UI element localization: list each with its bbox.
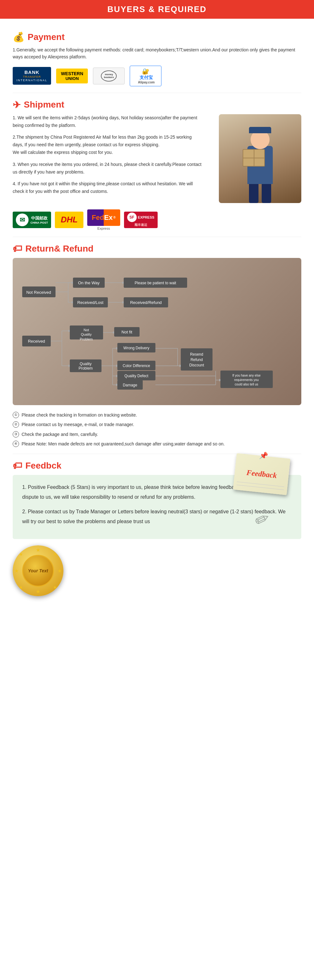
svg-text:Quality: Quality [79,362,91,366]
circle-1: ① [13,412,19,418]
shipment-point-4: 4. If you have not got it within the shi… [13,180,203,196]
moneybookers-logo: moneybookers [93,68,125,84]
svg-text:Not: Not [83,328,89,332]
svg-text:Wrong Delivery: Wrong Delivery [124,346,149,350]
svg-text:Quality: Quality [81,332,92,336]
refund-note-4: ④ Please Note: Men made defects are not … [13,440,301,447]
shipment-point-3: 3. When you receive the items you ordere… [13,161,203,176]
circle-3: ③ [13,431,19,438]
dhl-logo: DHL [55,212,83,228]
fedex-logo: FedEx ® [87,209,120,226]
refund-icon: 🏷 [13,243,22,254]
refund-notes: ① Please check the tracking in formation… [13,412,301,448]
page-header: BUYERS & REQUIRED [0,0,314,19]
refund-note-3: ③ Check the package and Item, carefully. [13,431,301,438]
svg-text:Color Difference: Color Difference [123,364,150,368]
svg-text:Damage: Damage [123,383,137,387]
refund-flowchart: Not Received On the Way Please be patien… [19,267,298,395]
badge-text: Your Text [28,568,48,573]
delivery-image [219,114,301,203]
svg-text:Received/Refund: Received/Refund [130,300,162,305]
feedback-point-2: 2. Please contact us by Trade Manager or… [22,507,292,526]
svg-text:Received: Received [28,339,45,344]
western-union-logo: WESTERN UNION [56,68,88,83]
shipment-point-2: 2.The shipment by China Post Registered … [13,134,203,156]
feedback-sticky-note: 📌 Feedback [233,453,290,495]
refund-note-2: ② Please contact us by meesage, e-mail, … [13,421,301,428]
svg-text:Resend: Resend [190,352,203,356]
svg-text:Not Received: Not Received [26,290,51,295]
svg-text:Problem: Problem [79,366,93,371]
refund-section-title: 🏷 Return& Refund [13,243,301,254]
circle-4: ④ [13,441,19,447]
feedback-note-text: Feedback [246,468,277,480]
svg-text:Please be patient to wait: Please be patient to wait [135,281,176,285]
payment-description: 1.Generally, we accept the following pay… [13,46,301,60]
svg-text:Not fit: Not fit [122,329,132,334]
payment-icon: 💰 [13,32,24,43]
refund-diagram: Not Received On the Way Please be patien… [13,258,301,405]
feedback-icon: 🏷 [13,460,22,471]
gold-badge-container: Your Text ★ ★ ★ ★ ★ ★ ★ ★ [13,546,63,596]
sf-express-logo: SF EXPRESS 顺丰速运 [124,212,158,228]
svg-text:could also tell us: could also tell us [235,383,258,386]
shipment-content: 1. We will sent the items within 2-5days… [13,114,301,206]
shipment-section-title: ✈ Shipment [13,99,301,110]
alipay-logo: 🔐 支付宝 Alipay.com [130,66,162,86]
refund-note-1: ① Please check the tracking in formation… [13,412,301,418]
fedex-logo-wrapper: FedEx ® Express [87,209,120,230]
svg-text:requirements you: requirements you [234,378,258,382]
svg-text:If you have any else: If you have any else [233,374,261,377]
feedback-wrapper: 📌 Feedback ✏ 1. Positive Feedback (5 Sta… [13,475,301,539]
svg-text:Discount: Discount [189,363,204,368]
payment-section-title: 💰 Payment [13,32,301,43]
svg-text:Refund: Refund [190,358,203,362]
svg-text:On the Way: On the Way [78,280,100,285]
payment-logos-container: BANK TRANSFER INTERNATIONAL WESTERN UNIO… [13,66,301,86]
svg-text:Quality Defect: Quality Defect [124,374,148,378]
svg-text:Received/Lost: Received/Lost [78,300,104,305]
gold-badge: Your Text ★ ★ ★ ★ ★ ★ ★ ★ [13,546,63,596]
circle-2: ② [13,421,19,428]
airplane-icon: ✈ [13,99,21,110]
shipment-point-1: 1. We will sent the items within 2-5days… [13,114,203,129]
chinapost-logo: ✉ 中国邮政 CHINA POST [13,212,51,228]
feedback-section: 🏷 Feedbck 📌 Feedback ✏ [13,460,301,596]
bank-transfer-logo: BANK TRANSFER INTERNATIONAL [13,67,51,85]
divider-2 [13,237,301,237]
carrier-logos: ✉ 中国邮政 CHINA POST DHL FedEx ® Express SF… [13,209,301,230]
svg-text:Problem: Problem [80,337,93,341]
